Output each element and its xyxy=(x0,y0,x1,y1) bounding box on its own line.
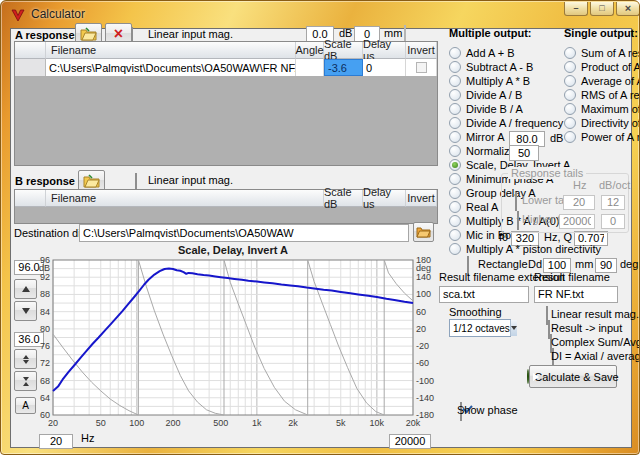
open-folder-icon xyxy=(80,27,97,41)
radio-real-a[interactable]: Real A xyxy=(449,201,498,213)
svg-text:Scale, Delay, Invert A: Scale, Delay, Invert A xyxy=(178,245,288,256)
svg-text:88: 88 xyxy=(40,289,50,299)
result-to-input-label: Result -> input xyxy=(551,322,622,334)
svg-text:500: 500 xyxy=(213,418,228,428)
a-table-delay-header: Delay us xyxy=(363,42,406,59)
row-selector-cell[interactable] xyxy=(15,59,46,76)
radio-divide-b-a[interactable]: Divide B / A xyxy=(449,103,523,115)
freq-max-input[interactable] xyxy=(389,434,431,449)
higher-tail-hz-input[interactable] xyxy=(559,214,595,229)
b-table-selector-header xyxy=(15,190,46,207)
radio-multiply-a-b[interactable]: Multiply A * B xyxy=(449,75,530,87)
smoothing-value: 1/12 octaves xyxy=(450,323,510,334)
minimize-button[interactable]: – xyxy=(564,2,588,16)
frequency-response-chart: 96928884807672686460dB1801401006020-20-6… xyxy=(29,245,435,431)
maximize-button[interactable]: □ xyxy=(590,2,614,16)
radio-mirror-a[interactable]: Mirror A xyxy=(449,131,505,143)
svg-text:-100: -100 xyxy=(416,376,434,386)
radio-multiply-a-piston[interactable]: Multiply A * piston directivity xyxy=(449,243,601,255)
svg-text:20: 20 xyxy=(416,324,426,334)
result-name-input[interactable] xyxy=(534,286,618,303)
dd-label: Dd xyxy=(528,258,542,270)
svg-text:20k: 20k xyxy=(406,418,421,428)
lower-tail-dboct-input[interactable] xyxy=(601,195,625,210)
lower-tail-checkbox[interactable] xyxy=(515,192,517,211)
svg-text:2k: 2k xyxy=(288,418,298,428)
result-ext-input[interactable] xyxy=(439,286,529,303)
freq-unit-label: Hz xyxy=(81,432,94,444)
calculate-save-button[interactable]: Calculate & Save xyxy=(529,365,617,388)
rectangle-label: Rectangle xyxy=(478,258,528,270)
svg-text:dB: dB xyxy=(39,263,50,273)
show-phase-label: Show phase xyxy=(457,404,518,416)
invert-checkbox[interactable] xyxy=(416,62,427,73)
b-linear-input-mag-label: Linear input mag. xyxy=(148,174,233,186)
invert-cell[interactable] xyxy=(406,59,437,76)
tails-hz-header: Hz xyxy=(573,179,586,191)
b-table-invert-header: Invert xyxy=(406,190,437,207)
svg-text:-140: -140 xyxy=(416,393,434,403)
response-tails-title: Response tails xyxy=(508,167,586,179)
freq-min-input[interactable] xyxy=(39,434,73,449)
open-b-response-button[interactable] xyxy=(78,170,105,191)
tails-dboct-header: dB/oct xyxy=(599,179,630,191)
svg-text:-20: -20 xyxy=(416,341,429,351)
lower-tail-hz-input[interactable] xyxy=(563,195,595,210)
window-title: Calculator xyxy=(31,7,85,21)
svg-text:5k: 5k xyxy=(336,418,346,428)
a-table-invert-header: Invert xyxy=(406,42,437,59)
smoothing-label: Smoothing xyxy=(449,306,502,318)
scale-db-cell[interactable]: -3.6 xyxy=(324,59,363,76)
radio-subtract-a-b[interactable]: Subtract A - B xyxy=(449,61,533,73)
radio-rms-of-a[interactable]: RMS of A responses xyxy=(564,89,640,101)
b-response-table: Filename Scale dB Delay us Invert xyxy=(14,189,438,224)
b-table-delay-header: Delay us xyxy=(363,190,406,207)
svg-text:50: 50 xyxy=(96,418,106,428)
calculate-save-label: Calculate & Save xyxy=(534,371,618,383)
svg-text:80: 80 xyxy=(40,324,50,334)
table-row[interactable]: C:\Users\Palmqvist\Documents\OA50WAW\FR … xyxy=(15,59,437,76)
browse-destination-button[interactable] xyxy=(413,222,434,242)
multiple-output-header: Multiple output: xyxy=(449,27,531,39)
mirror-unit-label: dB xyxy=(550,132,563,144)
a-table-selector-header xyxy=(15,42,46,59)
svg-text:1k: 1k xyxy=(252,418,262,428)
angle-cell[interactable] xyxy=(296,59,324,76)
radio-add-a-b[interactable]: Add A + B xyxy=(449,47,515,59)
a-responses-table: Filename Angle Scale dB Delay us Invert … xyxy=(14,41,438,166)
radio-power-of-a[interactable]: Power of A responses xyxy=(564,131,640,143)
a-table-filename-header: Filename xyxy=(46,42,296,59)
svg-text:68: 68 xyxy=(40,376,50,386)
play-icon xyxy=(527,369,529,384)
deg-label: deg xyxy=(620,258,638,270)
svg-text:60: 60 xyxy=(416,307,426,317)
svg-text:100: 100 xyxy=(129,418,144,428)
higher-tail-dboct-input[interactable] xyxy=(601,214,625,229)
svg-text:10k: 10k xyxy=(370,418,385,428)
higher-tail-checkbox[interactable] xyxy=(517,211,519,230)
svg-text:64: 64 xyxy=(40,393,50,403)
delay-us-cell[interactable]: 0 xyxy=(363,59,406,76)
radio-directivity-of-a[interactable]: Directivity of A responses xyxy=(564,117,640,129)
dropdown-button[interactable] xyxy=(510,320,517,336)
close-button[interactable]: × xyxy=(616,2,640,16)
radio-average-of-a[interactable]: Average of A responses xyxy=(564,75,640,87)
filename-cell[interactable]: C:\Users\Palmqvist\Documents\OA50WAW\FR … xyxy=(46,59,296,76)
smoothing-dropdown[interactable]: 1/12 octaves xyxy=(449,319,511,337)
svg-text:76: 76 xyxy=(40,341,50,351)
linear-result-mag-label: Linear result mag. xyxy=(551,308,639,320)
dd-unit-label: mm xyxy=(575,258,593,270)
complex-sum-avg-rms-label: Complex Sum/Avg/RMS xyxy=(551,336,640,348)
svg-text:72: 72 xyxy=(40,358,50,368)
radio-product-of-a[interactable]: Product of A responses xyxy=(564,61,640,73)
destination-directory-input[interactable] xyxy=(79,224,409,242)
svg-text:deg: deg xyxy=(416,263,431,273)
calculator-window: Calculator – □ × A responses × Linear in… xyxy=(0,0,640,455)
radio-divide-a-frequency[interactable]: Divide A / frequency xyxy=(449,117,563,129)
svg-text:-60: -60 xyxy=(416,358,429,368)
radio-divide-a-b[interactable]: Divide A / B xyxy=(449,89,522,101)
radio-sum-of-a[interactable]: Sum of A responses xyxy=(564,47,640,59)
radio-maximum-of-a[interactable]: Maximum of A responses xyxy=(564,103,640,115)
expand-icon xyxy=(23,355,29,359)
svg-text:100: 100 xyxy=(416,289,431,299)
